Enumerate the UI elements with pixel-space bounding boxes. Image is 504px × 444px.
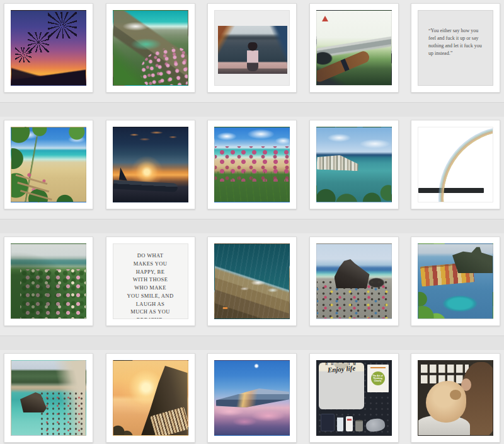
travel-flatlay-image: R H Y T H M Enjoy life The Art of Thinki… — [316, 360, 392, 436]
photo-tile-airport-sunset[interactable] — [106, 120, 195, 209]
dog-figure — [426, 381, 466, 423]
airplane-wing-image — [214, 360, 290, 436]
photo-tile-car-window-arm[interactable] — [309, 3, 399, 93]
quote-tile-1[interactable]: “You either say how you feel and fuck it… — [411, 3, 500, 93]
flatlay-jar — [355, 420, 363, 431]
coastal-town-image — [316, 127, 392, 202]
book-title: The Art of Thinking Clearly — [371, 371, 385, 385]
beach-rock-crowd-image — [316, 243, 392, 319]
photo-tile-flower-cove[interactable] — [106, 3, 195, 93]
photo-tile-beach-rock-crowd[interactable] — [309, 237, 399, 326]
photo-tile-beach-path-fence[interactable] — [4, 120, 93, 209]
grid-row-2 — [0, 117, 504, 219]
photo-tile-rose-bush-coast[interactable] — [4, 237, 93, 326]
grid-row-1: “You either say how you feel and fuck it… — [0, 0, 504, 103]
photo-tile-travel-flatlay[interactable]: R H Y T H M Enjoy life The Art of Thinki… — [309, 353, 399, 443]
photo-tile-valerian-beach[interactable] — [207, 120, 297, 209]
photo-tile-harbor-overlook[interactable] — [207, 3, 297, 93]
photo-tile-airplane-wing[interactable] — [207, 353, 297, 443]
beach-path-fence-image — [11, 127, 86, 202]
quote-tile-2[interactable]: DO WHAT MAKES YOU HAPPY, BE WITH THOSE W… — [106, 237, 195, 326]
grid-row-3: DO WHAT MAKES YOU HAPPY, BE WITH THOSE W… — [0, 233, 504, 336]
monterosso-beach-image — [11, 360, 86, 436]
girl-with-dog-image — [418, 360, 493, 436]
valerian-beach-image — [214, 127, 290, 202]
grid-row-4: R H Y T H M Enjoy life The Art of Thinki… — [0, 350, 504, 444]
photo-tile-girl-with-dog[interactable] — [411, 353, 500, 443]
photo-tile-coastal-town[interactable] — [309, 120, 399, 209]
photo-tile-sunset-palms[interactable] — [4, 3, 93, 93]
quote-text-1: “You either say how you feel and fuck it… — [428, 27, 484, 57]
flower-cove-image — [113, 10, 188, 86]
row-divider — [0, 219, 504, 233]
photo-tile-rocky-shore-aerial[interactable] — [207, 237, 297, 326]
photo-grid: “You either say how you feel and fuck it… — [0, 0, 504, 444]
flatlay-passport — [321, 414, 335, 431]
photo-tile-rainbow-harbor[interactable] — [411, 120, 500, 209]
airport-sunset-image — [113, 127, 188, 202]
hillside-sunset-image — [113, 360, 188, 436]
rocky-shore-aerial-image — [214, 243, 290, 319]
car-window-arm-image — [316, 10, 392, 86]
sunset-palms-image — [11, 10, 86, 86]
quote-text-2: DO WHAT MAKES YOU HAPPY, BE WITH THOSE W… — [113, 252, 188, 319]
row-divider — [0, 336, 504, 350]
vernazza-harbor-image — [418, 243, 493, 319]
quote-card-1: “You either say how you feel and fuck it… — [418, 10, 493, 86]
flatlay-eye-mask — [365, 418, 385, 433]
quote-card-2: DO WHAT MAKES YOU HAPPY, BE WITH THOSE W… — [113, 243, 188, 319]
rainbow-harbor-image — [418, 127, 493, 202]
row-divider — [0, 103, 504, 117]
photo-tile-monterosso-beach[interactable] — [4, 353, 93, 443]
flatlay-book: The Art of Thinking Clearly — [367, 365, 389, 392]
harbor-overlook-image — [214, 10, 290, 86]
photo-tile-hillside-sunset[interactable] — [106, 353, 195, 443]
photo-tile-vernazza-harbor[interactable] — [411, 237, 500, 326]
flatlay-bottle — [337, 416, 343, 431]
flatlay-sweatshirt: R H Y T H M Enjoy life — [319, 363, 364, 409]
flatlay-tube — [346, 416, 353, 431]
rose-bush-coast-image — [11, 243, 86, 319]
